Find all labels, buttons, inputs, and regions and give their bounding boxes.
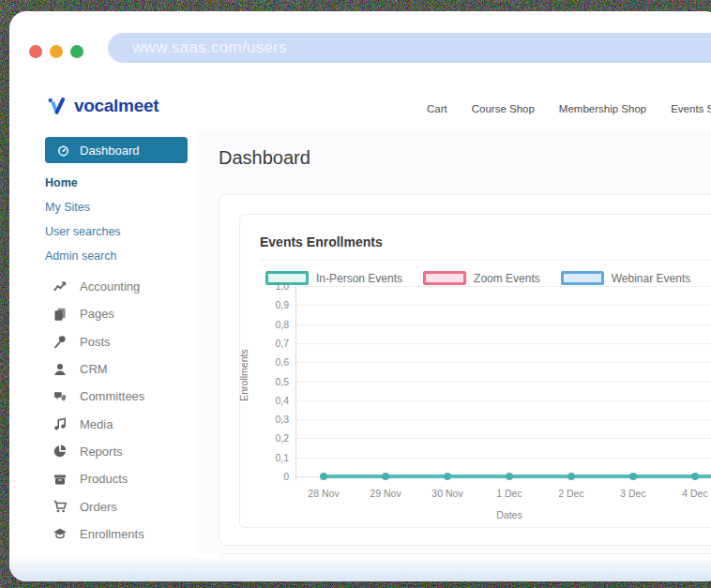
chart-legend: In-Person Events Zoom Events Webinar Eve… — [265, 271, 711, 285]
chat-bubbles-icon — [53, 389, 68, 404]
logo-text: vocalmeet — [74, 96, 159, 116]
data-point[interactable] — [567, 473, 575, 480]
grid-line — [296, 286, 711, 287]
address-bar[interactable]: www.saas.com/users — [108, 33, 711, 63]
sidebar: Dashboard Home My Sites User searches Ad… — [9, 131, 198, 541]
page-title: Dashboard — [219, 147, 310, 169]
chart-title: Events Enrollments — [260, 234, 383, 249]
nav-events-shop[interactable]: Events Shop — [671, 103, 711, 114]
sidebar-item-committees[interactable]: Committees — [53, 383, 144, 410]
sidebar-link-user-searches[interactable]: User searches — [45, 225, 121, 238]
sidebar-item-dashboard[interactable]: Dashboard — [45, 137, 188, 163]
x-tick-label: 3 Dec — [605, 488, 661, 499]
data-point[interactable] — [691, 473, 699, 480]
box-icon — [53, 472, 68, 487]
vocalmeet-logo[interactable]: vocalmeet — [47, 96, 159, 116]
grid-line — [296, 400, 711, 401]
sidebar-item-reports[interactable]: Reports — [53, 438, 144, 465]
x-axis-label: Dates — [481, 509, 537, 520]
sidebar-item-label: Dashboard — [80, 143, 140, 158]
y-tick-label: 0,5 — [251, 376, 289, 387]
y-tick-label: 0 — [251, 471, 289, 482]
sidebar-item-pages[interactable]: Pages — [53, 300, 144, 327]
gauge-icon — [56, 143, 70, 158]
x-tick-label: 28 Nov — [295, 488, 352, 499]
window-maximize-button[interactable] — [70, 45, 83, 58]
x-tick-label: 2 Dec — [543, 488, 599, 499]
sidebar-item-enrollments[interactable]: Enrollments — [53, 520, 144, 548]
y-tick-label: 0,6 — [251, 356, 289, 368]
x-tick-label: 4 Dec — [667, 488, 711, 499]
nav-membership-shop[interactable]: Membership Shop — [559, 103, 646, 114]
y-tick-label: 0,7 — [251, 338, 289, 349]
pages-icon — [53, 307, 68, 322]
x-tick-label: 1 Dec — [481, 488, 537, 499]
grid-line — [296, 305, 711, 306]
grid-line — [296, 343, 711, 344]
data-point[interactable] — [382, 473, 389, 480]
pin-icon — [53, 334, 68, 349]
sidebar-item-orders[interactable]: Orders — [53, 492, 144, 520]
legend-zoom-events[interactable]: Zoom Events — [423, 271, 540, 285]
data-point[interactable] — [506, 473, 513, 480]
data-point[interactable] — [444, 473, 451, 480]
grid-line — [296, 362, 711, 363]
url-text: www.saas.com/users — [132, 38, 287, 57]
grid-line — [296, 438, 711, 439]
y-tick-label: 0,9 — [251, 299, 289, 310]
person-icon — [53, 362, 68, 377]
y-tick-label: 0,1 — [251, 452, 289, 463]
vocalmeet-logo-icon — [47, 96, 68, 116]
sidebar-item-crm[interactable]: CRM — [53, 355, 144, 383]
pie-chart-icon — [53, 444, 68, 459]
card-divider — [260, 260, 711, 261]
sidebar-item-posts[interactable]: Posts — [53, 328, 144, 355]
nav-course-shop[interactable]: Course Shop — [472, 103, 535, 114]
sidebar-menu: Accounting Pages Posts — [53, 273, 144, 548]
legend-swatch-pink — [423, 271, 466, 285]
sidebar-item-accounting[interactable]: Accounting — [53, 273, 144, 300]
nav-cart[interactable]: Cart — [427, 103, 447, 114]
y-tick-label: 0,3 — [251, 414, 289, 425]
x-tick-label: 29 Nov — [357, 488, 414, 499]
window-minimize-button[interactable] — [50, 45, 63, 58]
sidebar-link-home[interactable]: Home — [45, 176, 78, 189]
sidebar-link-admin-search[interactable]: Admin search — [45, 249, 116, 263]
graduation-cap-icon — [53, 526, 68, 541]
y-tick-label: 1,0 — [251, 280, 289, 292]
music-note-icon — [53, 416, 68, 431]
window-footer-gradient — [9, 557, 711, 581]
top-navigation: Cart Course Shop Membership Shop Events … — [427, 103, 711, 114]
legend-webinar-events[interactable]: Webinar Events — [561, 271, 691, 285]
grid-line — [296, 458, 711, 459]
sidebar-item-products[interactable]: Products — [53, 465, 144, 492]
sidebar-item-media[interactable]: Media — [53, 410, 144, 437]
data-point[interactable] — [320, 473, 327, 480]
x-tick-label: 30 Nov — [419, 488, 476, 499]
legend-swatch-blue — [561, 271, 604, 285]
data-point[interactable] — [629, 473, 637, 480]
grid-line — [296, 324, 711, 325]
screenshot-stage: www.saas.com/users vocalmeet Cart Course… — [0, 0, 711, 588]
grid-line — [296, 382, 711, 383]
y-tick-label: 0,2 — [251, 432, 289, 444]
accounting-icon — [53, 279, 68, 294]
y-axis-label: Enrollments — [238, 333, 250, 417]
y-tick-label: 0,8 — [251, 319, 289, 330]
events-enrollments-card — [239, 214, 711, 528]
y-axis-line — [295, 286, 296, 481]
sidebar-link-my-sites[interactable]: My Sites — [45, 201, 90, 214]
browser-window: www.saas.com/users vocalmeet Cart Course… — [9, 11, 711, 581]
grid-line — [296, 419, 711, 420]
window-close-button[interactable] — [29, 45, 42, 58]
cart-icon — [53, 499, 68, 514]
y-tick-label: 0,4 — [251, 395, 289, 406]
